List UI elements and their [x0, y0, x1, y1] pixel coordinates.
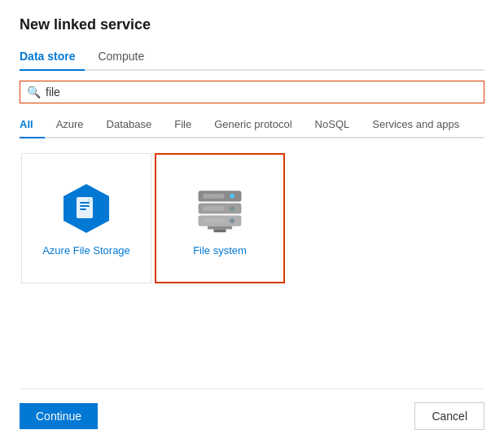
search-input[interactable] [46, 86, 477, 99]
filter-tab-bar: All Azure Database File Generic protocol… [20, 113, 484, 138]
tab-data-store[interactable]: Data store [20, 45, 85, 71]
continue-button[interactable]: Continue [20, 403, 98, 429]
service-grid: Azure File Storage [20, 151, 484, 382]
new-linked-service-dialog: New linked service Data store Compute 🔍 … [0, 0, 504, 443]
svg-point-11 [230, 206, 234, 211]
filter-tab-generic-protocol[interactable]: Generic protocol [203, 113, 303, 138]
azure-file-storage-icon [59, 181, 114, 236]
tab-compute[interactable]: Compute [98, 45, 154, 71]
search-icon: 🔍 [27, 86, 41, 99]
filter-tab-nosql[interactable]: NoSQL [304, 113, 362, 138]
dialog-title: New linked service [20, 16, 484, 33]
svg-point-13 [230, 218, 234, 223]
svg-rect-15 [208, 226, 232, 229]
filter-tab-services-and-apps[interactable]: Services and apps [361, 113, 471, 138]
filter-tab-all[interactable]: All [20, 113, 45, 138]
filter-tab-file[interactable]: File [163, 113, 203, 138]
svg-rect-3 [80, 205, 90, 207]
svg-point-9 [230, 194, 234, 199]
file-system-icon [192, 181, 248, 236]
svg-rect-4 [80, 208, 86, 210]
svg-rect-2 [80, 202, 90, 204]
file-system-label: File system [193, 244, 247, 257]
search-container: 🔍 [20, 81, 484, 103]
filter-tab-azure[interactable]: Azure [45, 113, 95, 138]
main-tab-bar: Data store Compute [20, 45, 484, 71]
svg-rect-16 [213, 229, 226, 232]
service-card-azure-file-storage[interactable]: Azure File Storage [21, 153, 151, 283]
cancel-button[interactable]: Cancel [414, 402, 484, 430]
service-card-file-system[interactable]: File system [155, 153, 285, 283]
dialog-footer: Continue Cancel [20, 388, 484, 430]
azure-file-storage-label: Azure File Storage [42, 244, 130, 257]
svg-rect-14 [203, 218, 224, 223]
filter-tab-database[interactable]: Database [95, 113, 164, 138]
svg-rect-12 [203, 206, 224, 211]
svg-rect-10 [203, 194, 224, 199]
